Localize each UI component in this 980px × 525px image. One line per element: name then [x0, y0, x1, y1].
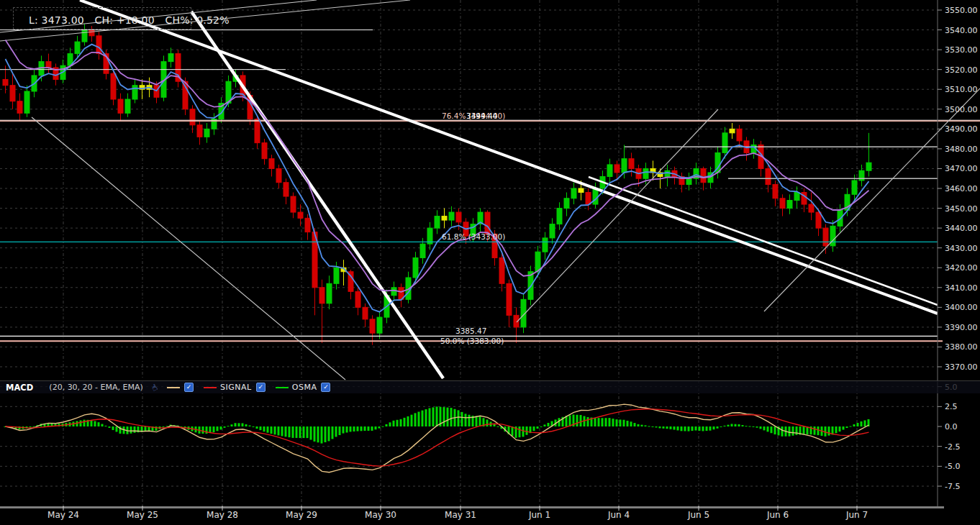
macd-indicator-name: MACD [6, 383, 33, 393]
svg-text:3500.00: 3500.00 [945, 105, 978, 114]
last-price: L: 3473.00 [29, 14, 84, 26]
svg-text:3380.00: 3380.00 [945, 342, 978, 352]
svg-text:3490.00: 3490.00 [945, 124, 978, 134]
svg-text:3440.00: 3440.00 [945, 224, 978, 233]
svg-text:May 29: May 29 [286, 510, 317, 520]
svg-text:-7.5: -7.5 [945, 482, 960, 491]
chart-window: 76.4% (3494.00)3494.4461.8% (3433.00)338… [0, 0, 980, 525]
svg-text:3520.00: 3520.00 [945, 65, 978, 75]
ma-slow [6, 40, 869, 292]
svg-text:50.0% (3383.00): 50.0% (3383.00) [440, 337, 504, 345]
chart-canvas[interactable]: 76.4% (3494.00)3494.4461.8% (3433.00)338… [0, 0, 980, 525]
signal-line-swatch [204, 387, 217, 388]
svg-text:3370.00: 3370.00 [945, 362, 978, 372]
price-change-percent: CH%: 0.52% [165, 14, 229, 26]
price-levels [0, 30, 980, 342]
svg-text:-5.0: -5.0 [945, 462, 960, 471]
svg-text:0.0: 0.0 [945, 422, 958, 432]
svg-text:3400.00: 3400.00 [945, 303, 978, 312]
hand-cursor-icon[interactable]: ☝ [150, 382, 159, 393]
svg-text:3450.00: 3450.00 [945, 204, 978, 214]
candles [3, 24, 871, 344]
signal-label: SIGNAL [220, 383, 252, 392]
svg-text:Jun 6: Jun 6 [766, 510, 789, 520]
osma-line-swatch [276, 387, 289, 388]
macd-histogram [4, 406, 870, 443]
svg-text:61.8% (3433.00): 61.8% (3433.00) [442, 232, 505, 241]
svg-text:Jun 1: Jun 1 [528, 510, 550, 520]
osma-checkbox[interactable]: ✓ [321, 383, 330, 392]
price-change: CH: +18.00 [95, 14, 155, 26]
svg-text:May 25: May 25 [127, 510, 158, 520]
svg-text:3550.00: 3550.00 [945, 6, 978, 15]
svg-text:3480.00: 3480.00 [945, 145, 978, 154]
trendline[interactable] [191, 12, 443, 378]
svg-text:3410.00: 3410.00 [945, 283, 978, 293]
svg-text:Jun 4: Jun 4 [607, 510, 630, 520]
svg-text:May 31: May 31 [445, 510, 476, 520]
svg-text:3494.44: 3494.44 [466, 111, 498, 120]
svg-text:3420.00: 3420.00 [945, 263, 978, 273]
trendline[interactable] [589, 177, 938, 305]
svg-text:2.5: 2.5 [945, 402, 958, 411]
macd-legend-bar: MACD (20, 30, 20 - EMA, EMA) ☝ ✓ SIGNAL … [0, 380, 980, 393]
svg-text:May 30: May 30 [365, 510, 396, 520]
svg-text:3470.00: 3470.00 [945, 164, 978, 173]
svg-text:3385.47: 3385.47 [455, 327, 486, 335]
svg-text:3510.00: 3510.00 [945, 85, 978, 94]
macd-checkbox[interactable]: ✓ [184, 383, 194, 392]
svg-text:3430.00: 3430.00 [945, 244, 978, 253]
signal-checkbox[interactable]: ✓ [256, 383, 266, 392]
osma-label: OSMA [292, 383, 317, 392]
svg-text:3460.00: 3460.00 [945, 184, 978, 193]
macd-params: (20, 30, 20 - EMA, EMA) [49, 383, 142, 392]
svg-text:May 24: May 24 [47, 510, 79, 520]
quote-line: L: 3473.00 CH: +18.00 CH%: 0.52% [29, 14, 237, 26]
svg-text:Jun 7: Jun 7 [845, 510, 868, 520]
macd-line-swatch [167, 387, 180, 388]
time-scrollbar[interactable] [0, 506, 944, 508]
svg-text:3540.00: 3540.00 [945, 26, 978, 35]
svg-text:May 28: May 28 [207, 510, 238, 520]
svg-text:3530.00: 3530.00 [945, 45, 978, 55]
trendline[interactable] [517, 109, 718, 322]
svg-text:3390.00: 3390.00 [945, 323, 978, 332]
svg-text:Jun 5: Jun 5 [687, 510, 709, 520]
trendline[interactable] [80, 0, 938, 314]
svg-text:-2.5: -2.5 [945, 442, 960, 452]
